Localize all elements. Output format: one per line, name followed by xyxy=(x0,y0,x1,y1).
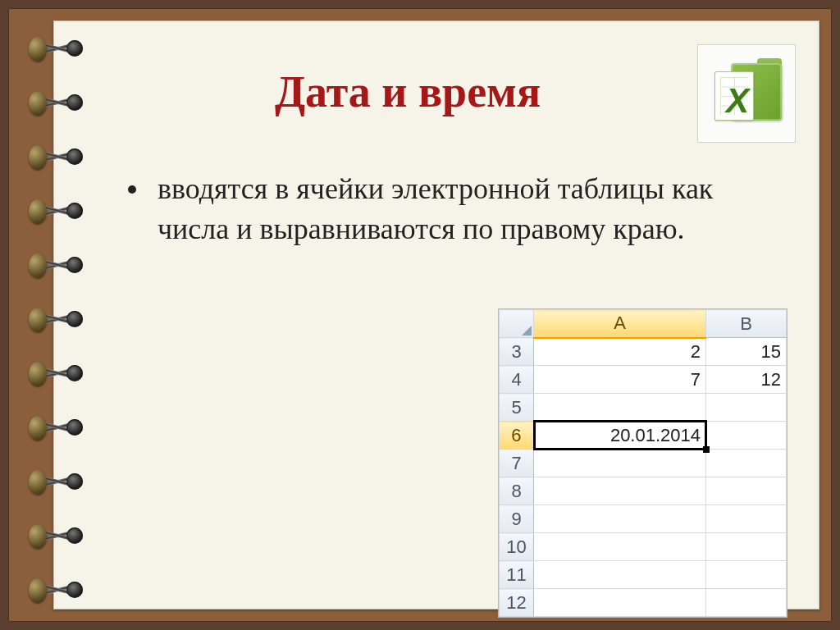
cell[interactable] xyxy=(706,533,787,561)
bullet-item: вводятся в ячейки электронной таблицы ка… xyxy=(128,169,761,249)
cell[interactable] xyxy=(706,589,787,617)
active-cell[interactable]: 20.01.2014 xyxy=(534,422,706,450)
row-header[interactable]: 12 xyxy=(500,589,534,617)
row-header[interactable]: 9 xyxy=(500,505,534,533)
cell[interactable] xyxy=(534,589,706,617)
cell[interactable] xyxy=(534,561,706,589)
spreadsheet-table: A B 3 2 15 4 7 12 5 xyxy=(499,309,787,617)
cell[interactable] xyxy=(706,450,787,477)
bullet-text: вводятся в ячейки электронной таблицы ка… xyxy=(158,169,761,249)
row-header[interactable]: 4 xyxy=(500,366,534,394)
cell[interactable] xyxy=(534,477,706,505)
slide-page: X Дата и время вводятся в ячейки электро… xyxy=(53,21,819,609)
spreadsheet-preview: A B 3 2 15 4 7 12 5 xyxy=(498,308,788,618)
cell[interactable]: 2 xyxy=(534,338,706,366)
row-header[interactable]: 6 xyxy=(500,422,534,450)
cell[interactable] xyxy=(534,505,706,533)
select-all-corner[interactable] xyxy=(500,310,534,338)
cell[interactable]: 15 xyxy=(706,338,787,366)
column-header-b[interactable]: B xyxy=(706,310,787,338)
row-header[interactable]: 11 xyxy=(500,561,534,589)
slide-title: Дата и время xyxy=(54,66,819,117)
cell[interactable] xyxy=(534,533,706,561)
cell-value: 20.01.2014 xyxy=(610,425,701,445)
cell[interactable] xyxy=(534,394,706,422)
cell[interactable] xyxy=(706,505,787,533)
cell[interactable] xyxy=(706,422,787,450)
spiral-binding-icon xyxy=(34,21,83,609)
cell[interactable] xyxy=(706,561,787,589)
row-header[interactable]: 10 xyxy=(500,533,534,561)
row-header[interactable]: 7 xyxy=(500,450,534,477)
slide-frame: X Дата и время вводятся в ячейки электро… xyxy=(8,8,832,622)
cell[interactable]: 12 xyxy=(706,366,787,394)
cell[interactable] xyxy=(706,394,787,422)
row-header[interactable]: 3 xyxy=(500,338,534,366)
column-header-a[interactable]: A xyxy=(534,310,706,338)
bullet-list: вводятся в ячейки электронной таблицы ка… xyxy=(128,169,761,249)
cell[interactable] xyxy=(706,477,787,505)
cell[interactable] xyxy=(534,450,706,477)
cell[interactable]: 7 xyxy=(534,366,706,394)
bullet-dot-icon xyxy=(128,185,136,194)
row-header[interactable]: 5 xyxy=(500,394,534,422)
row-header[interactable]: 8 xyxy=(500,477,534,505)
